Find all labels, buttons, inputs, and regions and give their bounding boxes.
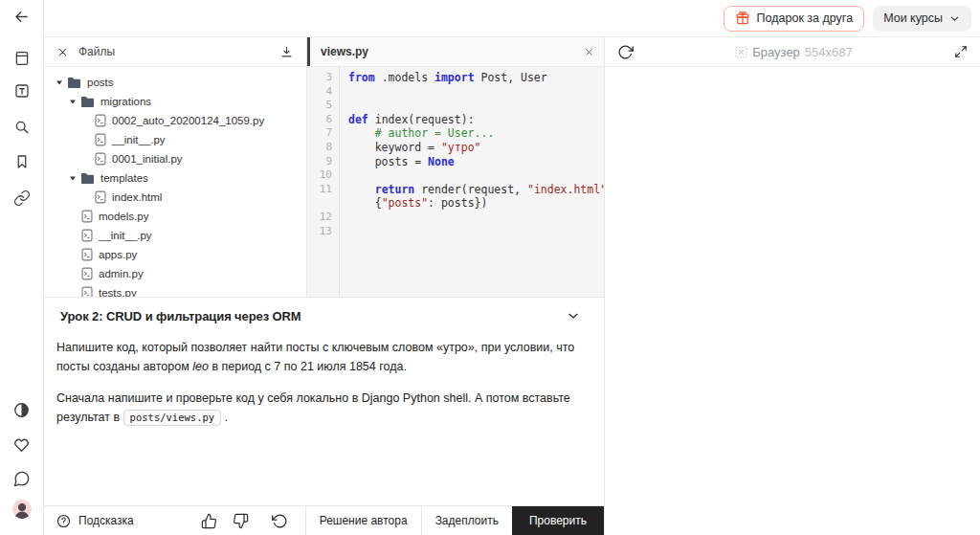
heart-icon (12, 435, 31, 454)
download-files-button[interactable] (279, 45, 294, 59)
tree-folder-row[interactable]: posts (44, 73, 306, 92)
browser-viewport[interactable] (605, 67, 980, 534)
close-files-button[interactable] (56, 46, 69, 58)
browser-title: Браузер 554x687 (634, 45, 954, 59)
reset-code-button[interactable] (264, 506, 296, 535)
code-line (348, 225, 604, 239)
browser-refresh-button[interactable] (617, 44, 634, 60)
tree-folder-row[interactable]: migrations (44, 92, 306, 111)
tree-file-row[interactable]: models.py (44, 207, 306, 226)
tree-file-row[interactable]: apps.py (44, 245, 306, 264)
toolbar-spacer (145, 506, 193, 535)
lessons-button[interactable] (0, 50, 43, 67)
file-panel-title: Файлы (78, 45, 270, 58)
close-tab-button[interactable] (584, 47, 594, 57)
folder-icon (80, 96, 95, 108)
theme-toggle-button[interactable] (0, 401, 43, 419)
tree-file-row[interactable]: 0002_auto_20200124_1059.py (44, 111, 306, 130)
dislike-button[interactable] (225, 506, 256, 535)
file-panel-header: Файлы (44, 37, 306, 67)
active-tab-indicator (307, 37, 310, 66)
code-line (348, 168, 604, 183)
tree-folder-row[interactable]: templates (44, 168, 306, 188)
file-icon (95, 190, 106, 204)
text-block-icon (13, 82, 31, 100)
search-button[interactable] (0, 118, 43, 136)
tree-file-row[interactable]: __init__.py (44, 130, 306, 149)
gift-button-label: Подарок за друга (757, 11, 854, 25)
tree-file-row[interactable]: admin.py (44, 264, 306, 283)
avatar (12, 500, 32, 519)
file-icon (95, 114, 106, 127)
browser-header: Браузер 554x687 (605, 37, 980, 67)
like-button[interactable] (193, 506, 225, 535)
tree-file-row[interactable]: __init__.py (44, 226, 306, 245)
code-line: from .models import Post, User (348, 71, 604, 85)
chat-button[interactable] (0, 470, 43, 488)
task-paragraphs: Напишите код, который позволяет найти по… (56, 330, 583, 427)
bottom-toolbar: Подсказка Решение автора Задеплоить Пров… (44, 505, 604, 535)
editor-panel: views.py 34567891011 1213 from .models i… (307, 37, 604, 297)
bookmarks-button[interactable] (0, 153, 43, 170)
editor-tab-bar: views.py (307, 37, 604, 67)
search-icon (12, 118, 31, 136)
gift-button[interactable]: Подарок за друга (724, 6, 865, 32)
browser-panel: Браузер 554x687 (604, 37, 980, 535)
chat-bubble-icon (12, 470, 31, 488)
tab-views-py[interactable]: views.py (321, 45, 584, 58)
tree-item-label: templates (100, 172, 148, 184)
caret-down-icon (69, 98, 77, 105)
download-icon (279, 45, 294, 59)
file-icon (95, 152, 106, 166)
code-lines[interactable]: from .models import Post, User def index… (340, 67, 604, 297)
task-paragraph: Сначала напишите и проверьте код у себя … (56, 389, 583, 427)
gift-icon (735, 11, 750, 26)
profile-button[interactable] (0, 500, 43, 519)
expand-icon (954, 45, 968, 58)
links-button[interactable] (0, 189, 43, 207)
check-button[interactable]: Проверить (512, 506, 604, 535)
code-line: return render(request, "index.html", (348, 183, 604, 197)
book-icon (13, 50, 31, 67)
tree-item-label: migrations (100, 96, 151, 107)
file-icon (81, 248, 93, 261)
tree-file-row[interactable]: tests.py (44, 283, 306, 297)
app: Подарок за друга Мои курсы Файлы postsmi… (0, 0, 980, 535)
hint-label: Подсказка (78, 514, 134, 527)
tree-item-label: __init__.py (99, 230, 152, 241)
author-solution-button[interactable]: Решение автора (305, 506, 421, 535)
file-icon (95, 133, 106, 146)
tree-item-label: admin.py (99, 268, 144, 279)
reset-icon (272, 513, 288, 529)
tree-file-row[interactable]: 0001_initial.py (44, 149, 306, 168)
back-button[interactable] (0, 8, 43, 26)
deploy-button[interactable]: Задеплоить (421, 506, 512, 535)
browser-expand-button[interactable] (954, 45, 968, 58)
tree-file-row[interactable]: index.html (44, 188, 306, 207)
tree-item-label: 0001_initial.py (112, 153, 183, 165)
task-header: Урок 2: CRUD и фильтрация через ORM (56, 298, 583, 330)
collapse-task-button[interactable] (566, 308, 581, 323)
question-circle-icon (56, 513, 72, 529)
file-icon (81, 210, 93, 223)
glossary-button[interactable] (0, 82, 43, 100)
tree-item-label: 0002_auto_20200124_1059.py (112, 115, 264, 126)
inline-code: posts/views.py (123, 410, 222, 426)
arrow-left-icon (12, 8, 31, 26)
tree-item-label: index.html (112, 191, 162, 203)
task-panel: Урок 2: CRUD и фильтрация через ORM Напи… (44, 297, 604, 505)
thumbs-up-icon (201, 513, 217, 529)
top-bar: Подарок за друга Мои курсы (44, 0, 980, 37)
close-icon (584, 47, 594, 57)
code-line: {"posts": posts}) (348, 196, 604, 211)
code-area[interactable]: 34567891011 1213 from .models import Pos… (307, 67, 604, 297)
hint-button[interactable]: Подсказка (44, 506, 145, 535)
line-numbers: 34567891011 1213 (307, 67, 340, 297)
tree-item-label: models.py (99, 211, 148, 222)
my-courses-button[interactable]: Мои курсы (873, 6, 971, 32)
file-panel: Файлы postsmigrations0002_auto_20200124_… (44, 37, 307, 297)
favorites-button[interactable] (0, 435, 43, 454)
code-line: posts = None (348, 155, 604, 169)
contrast-icon (12, 401, 31, 419)
tree-item-label: __init__.py (112, 134, 166, 145)
